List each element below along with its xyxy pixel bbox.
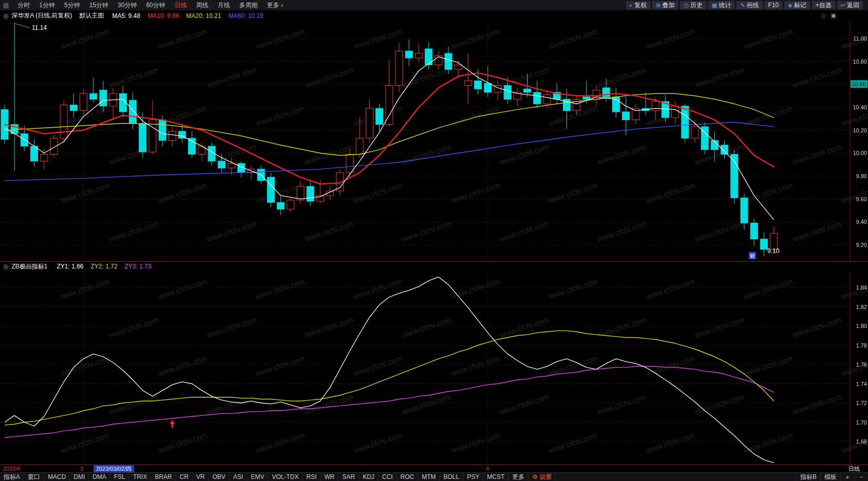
period-tab-日线[interactable]: 日线 bbox=[170, 0, 192, 10]
watermark-text: www.cfchi.com bbox=[693, 65, 745, 89]
indicator-btn-BRAR[interactable]: BRAR bbox=[151, 473, 176, 481]
indicator-btn-KDJ[interactable]: KDJ bbox=[359, 473, 379, 481]
main-chart-canvas[interactable]: www.cfchi.comwww.cfchi.comwww.cfchi.comw… bbox=[0, 21, 868, 261]
stock-title[interactable]: 深华发A (日线,前复权) bbox=[11, 11, 72, 20]
indicator-btn-OBV[interactable]: OBV bbox=[209, 473, 230, 481]
indicator-canvas[interactable]: www.cfchi.comwww.cfchi.comwww.cfchi.comw… bbox=[0, 271, 868, 465]
watermark-text: www.cfchi.com bbox=[693, 219, 745, 243]
watermark-text: www.cfchi.com bbox=[742, 354, 794, 378]
indicator-btn-更多[interactable]: 更多 bbox=[508, 473, 529, 481]
indicator-btn-窗口[interactable]: 窗口 bbox=[24, 473, 44, 481]
topbar-button-F10[interactable]: F10 bbox=[765, 1, 783, 9]
period-tab-多周期[interactable]: 多周期 bbox=[235, 0, 262, 10]
watermark-text: www.cfchi.com bbox=[205, 392, 257, 416]
zy3-line bbox=[5, 367, 774, 438]
indicator-btn-VOL-TDX[interactable]: VOL-TDX bbox=[268, 473, 303, 481]
ma5-value: MA5: 9.48 bbox=[112, 12, 141, 20]
watermark-text: www.cfchi.com bbox=[303, 315, 355, 339]
period-tab-30分钟[interactable]: 30分钟 bbox=[113, 0, 141, 10]
period-tab-60分钟[interactable]: 60分钟 bbox=[141, 0, 169, 10]
topbar-button-叠加[interactable]: ⊞叠加 bbox=[652, 1, 678, 9]
period-tab-15分钟[interactable]: 15分钟 bbox=[85, 0, 113, 10]
indicator-btn-MACD[interactable]: MACD bbox=[44, 473, 70, 481]
topbar-button-标记[interactable]: ◈标记 bbox=[784, 1, 809, 9]
indicator-btn-MTM[interactable]: MTM bbox=[418, 473, 440, 481]
candle-up bbox=[386, 86, 393, 125]
indicator-buttons: 指标A窗口MACDDMIDMAFSLTRIXBRARCRVROBVASIEMVV… bbox=[0, 473, 556, 481]
topbar-button-返回[interactable]: ↩返回 bbox=[837, 1, 863, 9]
统计-icon: ▦ bbox=[712, 2, 717, 9]
indicator-btn-FSL[interactable]: FSL bbox=[110, 473, 129, 481]
indicator-btn-ROC[interactable]: ROC bbox=[397, 473, 419, 481]
candle-up bbox=[415, 53, 422, 58]
watermark-text: www.cfchi.com bbox=[547, 27, 599, 51]
period-tab-更多 ›[interactable]: 更多 › bbox=[262, 0, 288, 10]
indicator-btn-MCST[interactable]: MCST bbox=[483, 473, 508, 481]
indicator-btn-指标A[interactable]: 指标A bbox=[0, 473, 24, 481]
watermark-text: www.cfchi.com bbox=[157, 354, 209, 378]
indicator-btn-PSY[interactable]: PSY bbox=[463, 473, 483, 481]
topbar-button-+自选[interactable]: +自选 bbox=[812, 1, 835, 9]
toolbar-right-btn-指标B[interactable]: 指标B bbox=[796, 473, 820, 481]
toolbar-right-btn-＋[interactable]: ＋ bbox=[840, 473, 854, 481]
indicator-btn-CR[interactable]: CR bbox=[176, 473, 193, 481]
collapse-panel-icon[interactable]: ◎ bbox=[3, 12, 8, 20]
indicator-btn-DMA[interactable]: DMA bbox=[89, 473, 110, 481]
indicator-btn-DMI[interactable]: DMI bbox=[70, 473, 89, 481]
date-cursor-tag[interactable]: 2023/03/02/四 bbox=[93, 465, 134, 472]
diamond-icon[interactable]: ◇ bbox=[821, 12, 825, 19]
period-tab-1分钟[interactable]: 1分钟 bbox=[34, 0, 60, 10]
indicator-btn-设置[interactable]: ⚙ 设置 bbox=[529, 473, 556, 481]
main-map-selector[interactable]: 默认主图 bbox=[80, 11, 104, 20]
candle-up bbox=[356, 138, 363, 154]
indicator-axis-label: 1.82 bbox=[856, 304, 867, 310]
collapse-indicator-icon[interactable]: ◎ bbox=[3, 263, 8, 270]
indicator-btn-VR[interactable]: VR bbox=[193, 473, 209, 481]
watermark-text: www.cfchi.com bbox=[401, 142, 452, 166]
toolbar-right-btn-－[interactable]: － bbox=[854, 473, 868, 481]
toolbar-right-btn-模板[interactable]: 模板 bbox=[820, 473, 840, 481]
indicator-name[interactable]: ZB极品指标1 bbox=[11, 262, 47, 271]
topbar-button-历史[interactable]: ◷历史 bbox=[680, 1, 706, 9]
watermark-text: www.cfchi.com bbox=[157, 277, 209, 301]
watermark-text: www.cfchi.com bbox=[303, 65, 355, 89]
maximize-icon[interactable]: ▣ bbox=[831, 12, 836, 19]
indicator-btn-RSI[interactable]: RSI bbox=[303, 473, 320, 481]
candle-down bbox=[139, 123, 146, 152]
main-candlestick-chart[interactable]: www.cfchi.comwww.cfchi.comwww.cfchi.comw… bbox=[0, 21, 868, 261]
candle-down bbox=[70, 105, 77, 111]
indicator-chart[interactable]: www.cfchi.comwww.cfchi.comwww.cfchi.comw… bbox=[0, 271, 868, 465]
price-axis-label: 9.20 bbox=[856, 242, 867, 248]
period-tab-周线[interactable]: 周线 bbox=[192, 0, 213, 10]
candle-down bbox=[129, 101, 137, 124]
candle-up bbox=[543, 94, 551, 104]
candle-down bbox=[425, 49, 432, 65]
indicator-btn-CCI[interactable]: CCI bbox=[379, 473, 397, 481]
zy3-value: ZY3: 1.73 bbox=[125, 263, 152, 270]
zy2-value: ZY2: 1.72 bbox=[91, 263, 118, 270]
app-menu-icon[interactable]: ▤ bbox=[3, 2, 9, 9]
indicator-btn-ASI[interactable]: ASI bbox=[230, 473, 247, 481]
period-tab-分时[interactable]: 分时 bbox=[13, 0, 34, 10]
indicator-btn-SAR[interactable]: SAR bbox=[338, 473, 359, 481]
topbar-button-复权[interactable]: ◐复权 bbox=[626, 1, 651, 9]
watermark-text: www.cfchi.com bbox=[352, 277, 404, 301]
watermark-text: www.cfchi.com bbox=[59, 431, 111, 455]
indicator-btn-BOLL[interactable]: BOLL bbox=[440, 473, 464, 481]
watermark-text: www.cfchi.com bbox=[693, 392, 745, 416]
watermark-text: www.cfchi.com bbox=[547, 181, 599, 205]
indicator-btn-EMV[interactable]: EMV bbox=[247, 473, 268, 481]
candle-up bbox=[168, 131, 176, 141]
chart-header-icons: ◇ ▣ bbox=[821, 12, 868, 19]
topbar-button-画线[interactable]: ✎画线 bbox=[737, 1, 762, 9]
period-tab-月线[interactable]: 月线 bbox=[213, 0, 235, 10]
low-price-annotation: 9.10 bbox=[767, 247, 780, 255]
topbar-button-label: 叠加 bbox=[662, 2, 674, 9]
period-tabs: 分时1分钟5分钟15分钟30分钟60分钟日线周线月线多周期更多 › bbox=[13, 0, 288, 10]
period-tab-5分钟[interactable]: 5分钟 bbox=[60, 0, 85, 10]
indicator-btn-WR[interactable]: WR bbox=[320, 473, 338, 481]
topbar-button-统计[interactable]: ▦统计 bbox=[708, 1, 734, 9]
topbar: ▤ 分时1分钟5分钟15分钟30分钟60分钟日线周线月线多周期更多 › ◐复权⊞… bbox=[0, 0, 868, 10]
watermark-text: www.cfchi.com bbox=[157, 27, 209, 51]
indicator-btn-TRIX[interactable]: TRIX bbox=[129, 473, 151, 481]
